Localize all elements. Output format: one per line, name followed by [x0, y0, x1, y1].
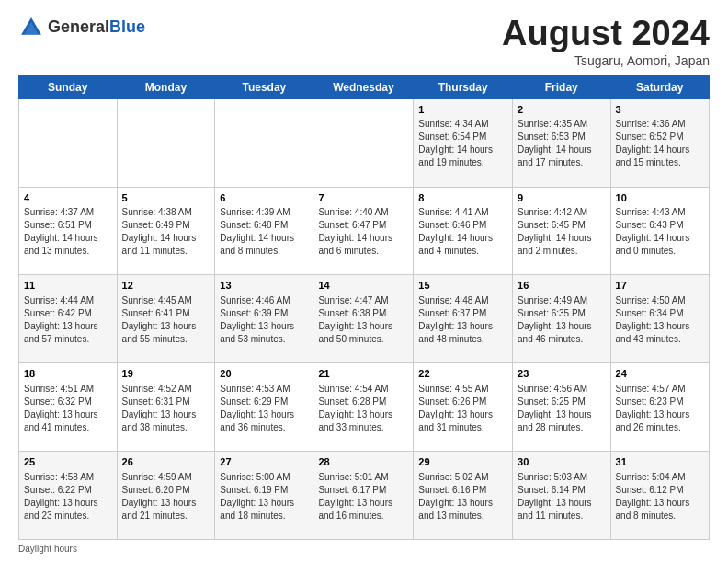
day-number: 13: [220, 279, 308, 293]
day-info-line: Daylight: 13 hours: [220, 320, 308, 333]
day-info-line: Sunset: 6:52 PM: [616, 131, 704, 144]
day-info-line: Daylight: 14 hours: [518, 144, 606, 156]
day-info-line: Sunset: 6:35 PM: [518, 307, 606, 320]
day-info-line: and 48 minutes.: [418, 333, 507, 346]
day-info-line: Sunset: 6:38 PM: [318, 307, 408, 320]
calendar-week-row: 18Sunrise: 4:51 AMSunset: 6:32 PMDayligh…: [19, 363, 710, 452]
day-info-line: Sunrise: 4:56 AM: [518, 383, 606, 396]
calendar-cell: 21Sunrise: 4:54 AMSunset: 6:28 PMDayligh…: [313, 363, 414, 452]
day-info-line: Sunset: 6:48 PM: [220, 219, 308, 232]
calendar-cell: 5Sunrise: 4:38 AMSunset: 6:49 PMDaylight…: [117, 187, 215, 275]
day-info-line: and 11 minutes.: [518, 510, 606, 523]
day-info-line: Sunset: 6:31 PM: [122, 396, 210, 408]
day-number: 1: [418, 103, 507, 117]
calendar-cell: 25Sunrise: 4:58 AMSunset: 6:22 PMDayligh…: [19, 452, 118, 540]
day-info-line: Daylight: 13 hours: [318, 408, 408, 421]
day-number: 6: [220, 191, 308, 205]
day-info-line: Daylight: 13 hours: [318, 497, 408, 510]
day-info-line: and 11 minutes.: [122, 245, 210, 258]
day-info-line: Sunset: 6:45 PM: [518, 219, 606, 232]
day-info-line: Sunset: 6:46 PM: [418, 219, 507, 232]
day-number: 23: [518, 367, 606, 381]
day-info-line: Sunset: 6:43 PM: [616, 219, 704, 232]
day-number: 25: [24, 455, 112, 469]
day-info-line: Sunrise: 5:04 AM: [616, 471, 704, 484]
day-number: 29: [418, 455, 507, 469]
day-info-line: Sunrise: 4:44 AM: [24, 294, 112, 307]
day-number: 24: [616, 367, 704, 381]
calendar-cell: 3Sunrise: 4:36 AMSunset: 6:52 PMDaylight…: [610, 98, 709, 187]
calendar-cell: 20Sunrise: 4:53 AMSunset: 6:29 PMDayligh…: [215, 363, 313, 452]
day-info-line: and 17 minutes.: [518, 156, 606, 169]
location-subtitle: Tsugaru, Aomori, Japan: [502, 53, 710, 68]
day-info-line: Sunset: 6:23 PM: [616, 396, 704, 408]
day-number: 21: [318, 367, 408, 381]
day-info-line: Daylight: 13 hours: [122, 408, 210, 421]
calendar-cell: 23Sunrise: 4:56 AMSunset: 6:25 PMDayligh…: [513, 363, 611, 452]
day-info-line: Sunset: 6:14 PM: [518, 484, 606, 497]
day-info-line: and 28 minutes.: [518, 421, 606, 434]
day-info-line: Sunset: 6:42 PM: [24, 307, 112, 320]
calendar-cell: 19Sunrise: 4:52 AMSunset: 6:31 PMDayligh…: [117, 363, 215, 452]
calendar-cell: 1Sunrise: 4:34 AMSunset: 6:54 PMDaylight…: [414, 98, 513, 187]
day-info-line: Sunset: 6:54 PM: [418, 131, 507, 144]
day-number: 15: [418, 279, 507, 293]
day-info-line: Daylight: 13 hours: [418, 320, 507, 333]
day-number: 4: [24, 191, 112, 205]
calendar-cell: 4Sunrise: 4:37 AMSunset: 6:51 PMDaylight…: [19, 187, 118, 275]
day-info-line: Daylight: 13 hours: [518, 320, 606, 333]
calendar-cell: 15Sunrise: 4:48 AMSunset: 6:37 PMDayligh…: [414, 275, 513, 363]
calendar-cell: 29Sunrise: 5:02 AMSunset: 6:16 PMDayligh…: [414, 452, 513, 540]
day-number: 7: [318, 191, 408, 205]
day-info-line: Sunset: 6:29 PM: [220, 396, 308, 408]
day-info-line: and 50 minutes.: [318, 333, 408, 346]
day-info-line: Sunset: 6:26 PM: [418, 396, 507, 408]
day-info-line: Daylight: 14 hours: [122, 232, 210, 245]
day-info-line: Daylight: 13 hours: [24, 497, 112, 510]
day-info-line: and 36 minutes.: [220, 421, 308, 434]
day-info-line: Sunrise: 4:48 AM: [418, 294, 507, 307]
day-number: 18: [24, 367, 112, 381]
day-info-line: Sunrise: 4:41 AM: [418, 206, 507, 219]
day-number: 19: [122, 367, 210, 381]
day-info-line: Sunrise: 5:02 AM: [418, 471, 507, 484]
footer-note: Daylight hours: [18, 544, 710, 554]
day-info-line: Sunrise: 4:43 AM: [616, 206, 704, 219]
day-info-line: Daylight: 13 hours: [220, 497, 308, 510]
calendar-cell: 13Sunrise: 4:46 AMSunset: 6:39 PMDayligh…: [215, 275, 313, 363]
day-info-line: Daylight: 14 hours: [220, 232, 308, 245]
logo-icon: [18, 15, 44, 40]
day-info-line: Daylight: 13 hours: [616, 497, 704, 510]
calendar-cell: 7Sunrise: 4:40 AMSunset: 6:47 PMDaylight…: [313, 187, 414, 275]
day-info-line: Daylight: 13 hours: [616, 320, 704, 333]
day-info-line: Sunrise: 4:54 AM: [318, 383, 408, 396]
day-info-line: Sunrise: 4:38 AM: [122, 206, 210, 219]
calendar-cell: 6Sunrise: 4:39 AMSunset: 6:48 PMDaylight…: [215, 187, 313, 275]
day-info-line: Sunrise: 4:37 AM: [24, 206, 112, 219]
header: GeneralBlue August 2024 Tsugaru, Aomori,…: [18, 15, 710, 68]
day-info-line: Daylight: 14 hours: [418, 232, 507, 245]
calendar-cell: 10Sunrise: 4:43 AMSunset: 6:43 PMDayligh…: [610, 187, 709, 275]
daylight-label: Daylight hours: [18, 544, 77, 554]
calendar-day-header: Sunday: [19, 75, 118, 98]
day-number: 14: [318, 279, 408, 293]
day-info-line: Sunrise: 4:42 AM: [518, 206, 606, 219]
day-info-line: and 6 minutes.: [318, 245, 408, 258]
calendar-cell: 30Sunrise: 5:03 AMSunset: 6:14 PMDayligh…: [513, 452, 611, 540]
day-info-line: Sunrise: 4:34 AM: [418, 118, 507, 131]
day-info-line: Sunrise: 4:58 AM: [24, 471, 112, 484]
day-info-line: Daylight: 13 hours: [518, 408, 606, 421]
calendar-cell: 16Sunrise: 4:49 AMSunset: 6:35 PMDayligh…: [513, 275, 611, 363]
day-info-line: Sunset: 6:32 PM: [24, 396, 112, 408]
calendar-cell: [215, 98, 313, 187]
day-info-line: and 8 minutes.: [616, 510, 704, 523]
day-info-line: and 16 minutes.: [318, 510, 408, 523]
day-info-line: Sunrise: 4:51 AM: [24, 383, 112, 396]
day-info-line: Daylight: 13 hours: [24, 408, 112, 421]
calendar-day-header: Friday: [513, 75, 611, 98]
day-info-line: and 13 minutes.: [24, 245, 112, 258]
day-info-line: and 13 minutes.: [418, 510, 507, 523]
day-info-line: and 26 minutes.: [616, 421, 704, 434]
day-info-line: Sunrise: 4:50 AM: [616, 294, 704, 307]
day-number: 30: [518, 455, 606, 469]
